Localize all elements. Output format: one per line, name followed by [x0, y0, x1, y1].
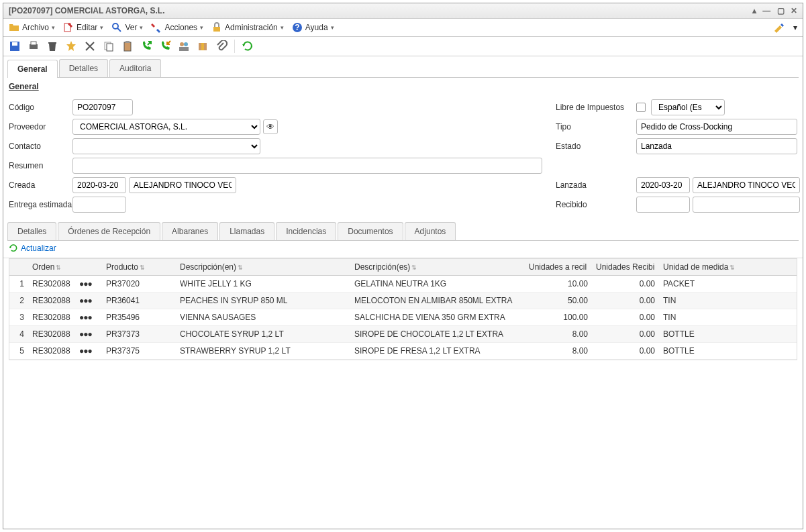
svg-point-14: [180, 42, 184, 46]
libre-impuestos-checkbox[interactable]: [636, 103, 646, 112]
cell-dots[interactable]: ●●●: [75, 309, 102, 326]
cell-dots[interactable]: ●●●: [75, 276, 102, 292]
menubar: Archivo▾ Editar▾ Ver▾ Acciones▾ Administ…: [3, 19, 803, 37]
cell-unid-recibidas: 0.00: [592, 326, 659, 343]
recibido-por-field[interactable]: [693, 197, 800, 213]
refresh-icon[interactable]: [242, 40, 254, 52]
cell-orden: RE302088: [28, 326, 75, 343]
lanzada-por-field[interactable]: [693, 177, 800, 193]
col-producto[interactable]: Producto⇅: [102, 259, 176, 276]
subtab-ordenes[interactable]: Órdenes de Recepción: [58, 222, 160, 240]
form-mid: Libre de Impuestos Español (Es Tipo Esta…: [556, 97, 800, 215]
paste-icon[interactable]: [121, 40, 134, 52]
subtab-llamadas[interactable]: Llamadas: [219, 222, 274, 240]
proveedor-select[interactable]: COMERCIAL ASTORGA, S.L.: [72, 119, 260, 135]
highlighter-icon[interactable]: [773, 21, 785, 34]
phone-in-icon[interactable]: [159, 40, 171, 52]
phone-out-icon[interactable]: [140, 40, 152, 52]
table-row[interactable]: 5RE302088●●●PR37375STRAWBERRY SYRUP 1,2 …: [9, 343, 797, 360]
lock-icon: [211, 22, 222, 33]
grid-header-row: Orden⇅ Producto⇅ Descripción(en)⇅ Descri…: [9, 259, 797, 276]
col-unid-recibir[interactable]: Unidades a recil: [525, 259, 592, 276]
dropdown-caret[interactable]: ▾: [793, 23, 797, 32]
tab-detalles[interactable]: Detalles: [59, 59, 108, 77]
creada-por-field[interactable]: [129, 177, 236, 193]
subtab-adjuntos[interactable]: Adjuntos: [405, 222, 456, 240]
collapse-icon[interactable]: ▴: [752, 6, 756, 15]
idioma-select[interactable]: Español (Es: [651, 99, 725, 115]
cell-orden: RE302088: [28, 343, 75, 360]
tab-general[interactable]: General: [7, 60, 58, 78]
cell-desc-es: SIROPE DE CHOCOLATE 1,2 LT EXTRA: [350, 326, 525, 343]
cell-orden: RE302088: [28, 309, 75, 326]
table-row[interactable]: 2RE302088●●●PR36041PEACHES IN SYRUP 850 …: [9, 292, 797, 309]
menu-editar[interactable]: Editar▾: [63, 22, 103, 33]
cell-producto: PR36041: [102, 292, 176, 309]
save-icon[interactable]: [9, 40, 21, 52]
cell-unid-recibir: 8.00: [525, 326, 592, 343]
grid: Orden⇅ Producto⇅ Descripción(en)⇅ Descri…: [9, 258, 797, 360]
label-estado: Estado: [556, 142, 636, 151]
lanzada-fecha-field[interactable]: [636, 177, 690, 193]
codigo-field[interactable]: [72, 99, 133, 115]
print-icon[interactable]: [28, 40, 40, 52]
attach-icon[interactable]: [215, 40, 228, 52]
label-resumen: Resumen: [9, 161, 72, 170]
creada-fecha-field[interactable]: [72, 177, 126, 193]
menu-administracion[interactable]: Administración▾: [211, 22, 284, 33]
col-orden[interactable]: Orden⇅: [28, 259, 75, 276]
col-desc-en[interactable]: Descripción(en)⇅: [176, 259, 350, 276]
col-desc-es[interactable]: Descripción(es)⇅: [350, 259, 525, 276]
contacto-select[interactable]: [72, 138, 260, 154]
cut-icon[interactable]: [84, 40, 96, 52]
refresh-icon: [9, 244, 18, 253]
menu-ver[interactable]: Ver▾: [111, 22, 143, 33]
package-icon[interactable]: [197, 40, 209, 52]
subtab-incidencias[interactable]: Incidencias: [276, 222, 336, 240]
trash-icon[interactable]: [46, 40, 58, 52]
entrega-field[interactable]: [72, 197, 126, 213]
subtab-documentos[interactable]: Documentos: [338, 222, 403, 240]
svg-rect-9: [48, 42, 56, 44]
cell-dots[interactable]: ●●●: [75, 326, 102, 343]
users-icon[interactable]: [178, 40, 190, 52]
resumen-field[interactable]: [72, 158, 542, 174]
cell-idx: 4: [9, 326, 28, 343]
subtab-albaranes[interactable]: Albaranes: [162, 222, 218, 240]
svg-rect-18: [201, 43, 204, 50]
edit-icon: [63, 22, 74, 33]
menu-acciones[interactable]: Acciones▾: [151, 22, 203, 33]
minimize-icon[interactable]: —: [762, 6, 770, 15]
window-title: [PO207097] COMERCIAL ASTORGA, S.L.: [9, 6, 165, 15]
col-blank[interactable]: [75, 259, 102, 276]
table-row[interactable]: 4RE302088●●●PR37373CHOCOLATE SYRUP 1,2 L…: [9, 326, 797, 343]
col-unid-medida[interactable]: Unidad de medida⇅: [659, 259, 797, 276]
cell-dots[interactable]: ●●●: [75, 292, 102, 309]
col-unid-recibidas[interactable]: Unidades Recibi: [592, 259, 659, 276]
subtab-detalles[interactable]: Detalles: [7, 222, 56, 240]
cell-unid-medida: TIN: [659, 292, 797, 309]
refresh-button[interactable]: Actualizar: [9, 244, 56, 253]
recibido-fecha-field[interactable]: [636, 197, 690, 213]
view-provider-icon[interactable]: 👁: [263, 119, 278, 134]
estado-field[interactable]: [636, 138, 797, 154]
table-row[interactable]: 1RE302088●●●PR37020WHITE JELLY 1 KGGELAT…: [9, 276, 797, 292]
cell-producto: PR37020: [102, 276, 176, 292]
tipo-field[interactable]: [636, 119, 797, 135]
copy-icon[interactable]: [103, 40, 115, 52]
menu-archivo[interactable]: Archivo▾: [9, 22, 55, 33]
section-title: General: [9, 82, 797, 91]
maximize-icon[interactable]: ▢: [777, 6, 785, 15]
table-row[interactable]: 3RE302088●●●PR35496VIENNA SAUSAGESSALCHI…: [9, 309, 797, 326]
label-libre-impuestos: Libre de Impuestos: [556, 103, 636, 112]
cell-dots[interactable]: ●●●: [75, 343, 102, 360]
col-idx[interactable]: [9, 259, 28, 276]
refresh-label: Actualizar: [21, 244, 56, 253]
cell-desc-es: SIROPE DE FRESA 1,2 LT EXTRA: [350, 343, 525, 360]
star-icon[interactable]: [65, 40, 77, 52]
close-icon[interactable]: ✕: [791, 6, 797, 15]
menu-ayuda[interactable]: ? Ayuda▾: [292, 22, 334, 33]
separator: [234, 40, 235, 53]
menu-label: Editar: [77, 23, 97, 32]
tab-auditoria[interactable]: Auditoria: [109, 59, 161, 77]
